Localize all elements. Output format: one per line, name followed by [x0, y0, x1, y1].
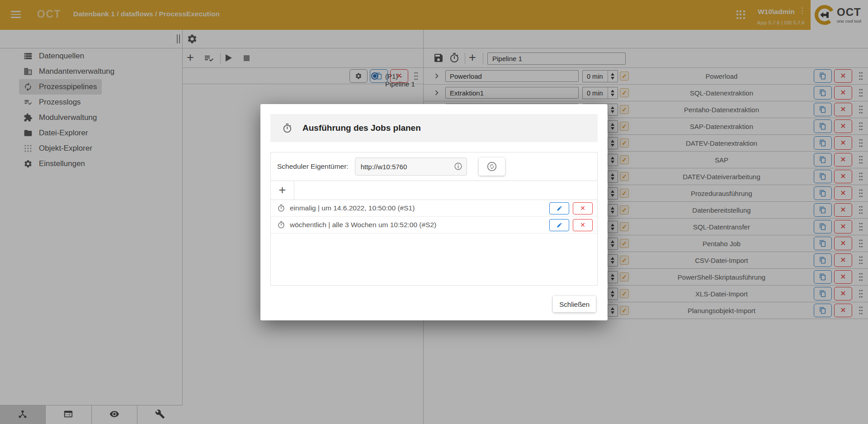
close-icon: ✕ — [580, 222, 585, 228]
sync-icon — [486, 161, 497, 172]
plus-icon: + — [279, 184, 286, 196]
schedule-row: einmalig | um 14.6.2022, 10:50:00 (#S1) … — [271, 200, 597, 217]
schedule-row: wöchentlich | alle 3 Wochen um 10:52:00 … — [271, 217, 597, 233]
delete-schedule-button[interactable]: ✕ — [573, 219, 593, 231]
dialog-header: Ausführung des Jobs planen — [270, 114, 598, 142]
schedule-text: wöchentlich | alle 3 Wochen um 10:52:00 … — [290, 221, 546, 229]
add-schedule-button[interactable]: + — [271, 181, 294, 200]
app-root: OCT Datenbank 1 / dataflows / ProcessExe… — [0, 0, 868, 424]
schedule-text: einmalig | um 14.6.2022, 10:50:00 (#S1) — [290, 204, 546, 212]
scheduler-owner-row: Scheduler Eigentümer: — [271, 152, 597, 181]
scheduler-owner-input[interactable] — [355, 157, 467, 176]
pencil-icon — [557, 222, 562, 228]
edit-schedule-button[interactable] — [549, 202, 569, 214]
scheduler-owner-label: Scheduler Eigentümer: — [277, 162, 349, 171]
schedule-add-row: + — [271, 181, 597, 200]
delete-schedule-button[interactable]: ✕ — [573, 202, 593, 214]
stopwatch-icon — [282, 123, 292, 133]
scheduler-sync-button[interactable] — [479, 157, 505, 176]
dialog-title: Ausführung des Jobs planen — [302, 123, 421, 133]
close-dialog-button[interactable]: Schließen — [553, 296, 596, 312]
edit-schedule-button[interactable] — [549, 219, 569, 231]
dialog-body: Scheduler Eigentümer: + einmalig | um 14… — [270, 152, 598, 286]
pencil-icon — [557, 205, 562, 211]
schedule-dialog: Ausführung des Jobs planen Scheduler Eig… — [260, 104, 608, 320]
stopwatch-icon — [277, 221, 285, 229]
info-icon[interactable] — [454, 162, 462, 171]
stopwatch-icon — [277, 204, 285, 212]
close-icon: ✕ — [580, 205, 585, 211]
